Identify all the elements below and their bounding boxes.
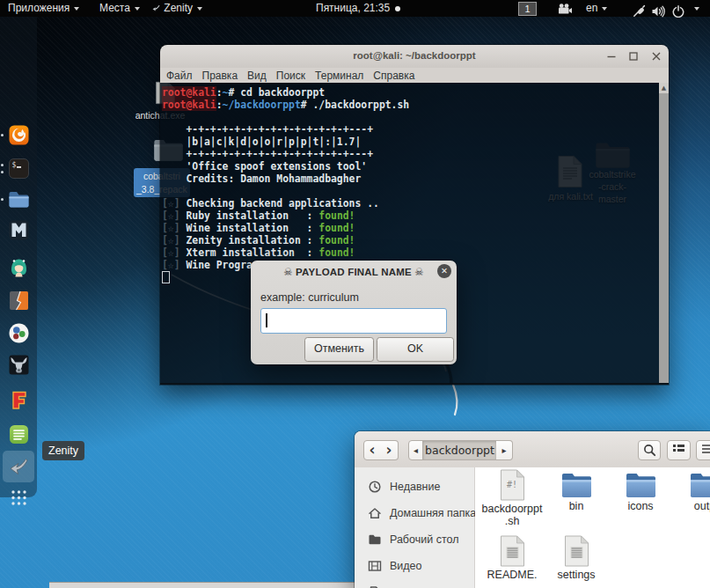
terminal-menu-Файл[interactable]: Файл (166, 70, 193, 82)
minimize-icon (604, 48, 619, 64)
dock-item-metasploit[interactable] (8, 219, 30, 241)
terminal-menu-Правка[interactable]: Правка (202, 70, 238, 82)
dock-item-burpsuite[interactable] (8, 290, 30, 312)
folder-glyph (626, 473, 656, 498)
running-indicator-dot (1, 134, 4, 136)
folder-glyph (561, 473, 592, 498)
path-right-button[interactable]: ▸ (496, 440, 513, 460)
dock: $ (0, 17, 37, 497)
screen-recorder-indicator (558, 0, 573, 17)
volume-indicator[interactable] (651, 3, 665, 19)
terminal-line: [☆] Checking backend applications .. (162, 197, 658, 209)
terminal-text-segment: cd backdoorppt (240, 86, 325, 99)
dock-item-firefox[interactable] (8, 124, 30, 146)
payload-name-input[interactable] (260, 308, 447, 334)
terminal-title: root@kali: ~/backdoorppt (160, 50, 669, 61)
zenity-app-icon (151, 4, 161, 13)
network-indicator[interactable] (633, 3, 646, 19)
terminal-text-segment: Credits: Damon Mohammadbagher (162, 173, 361, 185)
keyboard-layout[interactable]: en (586, 0, 607, 17)
dock-item-beef[interactable] (8, 354, 30, 376)
file-item-outp[interactable]: outp (673, 469, 710, 512)
terminal-text-segment: # (301, 99, 313, 111)
path-current-folder[interactable]: backdoorppt (422, 440, 497, 460)
sidebar-item-video[interactable]: Видео (368, 557, 471, 575)
desktop: antichat.exe cobaltstri_3.8_repack для k… (0, 0, 710, 588)
terminal-titlebar[interactable]: root@kali: ~/backdoorppt (160, 45, 669, 69)
file-item-label: settings (545, 569, 608, 581)
recent-icon (368, 480, 382, 494)
ok-button[interactable]: OK (377, 337, 454, 362)
view-toggle-button[interactable] (667, 440, 691, 460)
folder-glyph (690, 473, 710, 498)
sidebar-item-desktop[interactable]: Рабочий стол (368, 531, 471, 548)
terminal-text-segment: +-+-+-+-+-+-+-+-+-+-+-+-+-+---+ (162, 123, 373, 136)
sidebar-item-recent[interactable]: Недавние (368, 478, 471, 496)
dialog-close-button[interactable]: ✕ (437, 264, 451, 278)
dock-item-cutter[interactable] (8, 257, 30, 279)
folder-icon (609, 473, 672, 498)
running-indicator-dot (1, 198, 4, 201)
terminal-menu-Справка[interactable]: Справка (373, 70, 414, 82)
dock-item-maltego[interactable] (8, 322, 30, 344)
files-icon (8, 188, 30, 210)
caret-icon (197, 7, 202, 11)
sidebar-item-home[interactable]: Домашняя папка (368, 504, 471, 522)
dock-item-notes[interactable] (8, 423, 30, 445)
caret-icon (602, 7, 607, 11)
terminal-text-segment: root@kali (162, 86, 216, 99)
dialog-title: ☠ PAYLOAD FINAL NAME ☠ (251, 266, 457, 278)
terminal-text-segment: found! (318, 222, 355, 234)
file-manager-sidebar: НедавниеДомашняя папкаРабочий столВидеоД… (355, 467, 475, 588)
terminal-menu-Терминал[interactable]: Терминал (315, 70, 363, 82)
file-item-settings[interactable]: settings (545, 535, 608, 581)
active-app-menu[interactable]: Zenity (151, 0, 202, 17)
file-item-label: bin (545, 500, 608, 512)
close-button[interactable] (648, 48, 664, 64)
list-view-icon (672, 444, 685, 455)
scroll-up-button[interactable]: ▲ (659, 83, 669, 93)
dock-item-show-apps[interactable] (8, 487, 30, 509)
applications-menu[interactable]: Приложения (8, 0, 79, 17)
system-menu[interactable] (690, 0, 699, 17)
terminal-text-segment: Xterm installation : (180, 246, 319, 259)
file-item-bin[interactable]: bin (545, 469, 608, 512)
minimize-button[interactable] (604, 48, 619, 64)
cancel-button[interactable]: Отменить (304, 337, 374, 362)
search-button[interactable] (638, 440, 661, 460)
zenity-dialog: ☠ PAYLOAD FINAL NAME ☠ ✕ example: curric… (251, 261, 457, 364)
script-icon: #! (480, 469, 544, 501)
terminal-text-segment: [☆] (162, 234, 180, 246)
dock-item-faraday[interactable] (8, 389, 30, 411)
terminal-menu-Вид[interactable]: Вид (247, 70, 267, 82)
terminal-text-segment: +-+-+-+-+-+-+-+-+-+-+-+-+-+---+ (162, 148, 373, 160)
terminal-line (162, 111, 658, 123)
document-icon (545, 535, 608, 567)
dock-item-files[interactable] (8, 188, 30, 210)
power-indicator[interactable] (672, 3, 684, 19)
path-left-button[interactable]: ◂ (408, 440, 423, 460)
file-item-icons[interactable]: icons (609, 469, 672, 512)
file-item-label: backdoorppt.sh (480, 503, 544, 527)
text-cursor (266, 313, 267, 327)
menu-button[interactable] (696, 440, 710, 460)
dock-tooltip: Zenity (42, 441, 84, 460)
document-glyph (500, 535, 525, 567)
terminal-text-segment: [☆] (162, 209, 180, 222)
clock[interactable]: Пятница, 21:35 (316, 0, 400, 17)
dock-item-terminal[interactable]: $ (8, 158, 30, 180)
notes-icon (8, 423, 30, 445)
forward-button[interactable]: › (380, 440, 399, 460)
folder-icon (673, 473, 710, 498)
terminal-menu-Поиск[interactable]: Поиск (276, 70, 305, 82)
maximize-button[interactable] (626, 48, 641, 64)
back-button[interactable]: ‹ (363, 440, 381, 460)
dock-item-zenity[interactable] (8, 456, 30, 478)
terminal-scrollbar[interactable]: ▲ (659, 83, 669, 383)
sidebar-item-documents[interactable]: Документы (368, 584, 471, 588)
places-menu[interactable]: Места (99, 0, 140, 17)
workspace-indicator[interactable]: 1 (518, 2, 537, 16)
file-item-README-[interactable]: README. (480, 535, 544, 581)
file-item-backdoorppt-sh[interactable]: #!backdoorppt.sh (480, 469, 544, 527)
metasploit-icon (8, 219, 30, 241)
